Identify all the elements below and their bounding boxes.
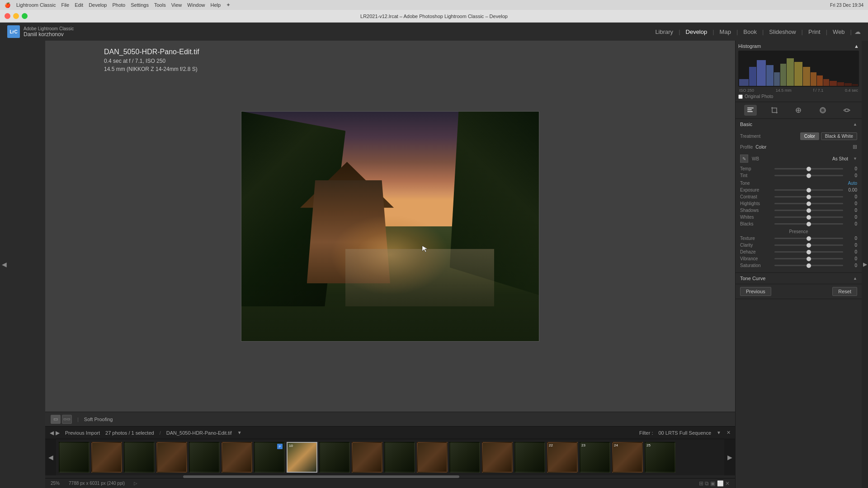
dehaze-slider-thumb[interactable] [807,250,811,254]
vibrance-slider-thumb[interactable] [807,257,811,261]
app-menu-lightroom[interactable]: Lightroom Classic [16,2,56,8]
highlights-slider[interactable] [774,203,843,204]
right-panel-collapse[interactable]: ▶ [862,41,868,488]
window-close-button[interactable] [5,13,10,19]
temp-slider-thumb[interactable] [807,167,811,171]
contrast-slider-thumb[interactable] [807,195,811,199]
nav-map[interactable]: Map [717,28,734,36]
film-thumb-17[interactable]: 23 [580,442,610,473]
tint-slider[interactable] [774,175,843,176]
exposure-slider-thumb[interactable] [807,188,811,192]
selected-file-chevron[interactable]: ▼ [237,430,242,435]
cloud-icon[interactable]: ☁ [854,28,861,35]
wb-eyedropper[interactable]: ✎ [740,155,748,163]
saturation-slider-thumb[interactable] [807,263,811,268]
filmstrip-scroll-prev[interactable]: ◀ [45,439,56,475]
profile-value[interactable]: Color [755,145,766,150]
film-thumb-15[interactable] [514,442,545,473]
shadows-slider[interactable] [774,210,843,211]
film-thumb-11[interactable] [384,442,415,473]
whites-slider-thumb[interactable] [807,215,811,220]
view-single[interactable]: ▭ [51,415,61,424]
whites-slider[interactable] [774,216,843,218]
basic-section-chevron[interactable]: ▲ [853,122,857,127]
auto-button[interactable]: Auto [848,181,857,186]
basic-section-header[interactable]: Basic ▲ [736,119,862,130]
saturation-slider[interactable] [774,265,843,266]
film-thumb-6[interactable] [222,442,252,473]
crop-tool-icon[interactable] [768,105,781,116]
filmstrip-scroll[interactable]: ◀ P 10 [45,439,735,475]
filter-value[interactable]: 00 LRTS Full Sequence [659,430,712,436]
nav-library[interactable]: Library [652,28,676,36]
color-btn[interactable]: Color [800,132,819,140]
app-menu-photo[interactable]: Photo [112,2,125,8]
bw-btn[interactable]: Black & White [821,132,857,140]
tone-curve-header[interactable]: Tone Curve ▲ [736,273,862,284]
film-thumb-2[interactable] [91,442,122,473]
filter-chevron[interactable]: ▼ [717,430,721,435]
shadows-slider-thumb[interactable] [807,208,811,213]
nav-print[interactable]: Print [806,28,823,36]
film-thumb-12[interactable] [417,442,448,473]
soft-proofing-toggle[interactable]: Soft Proofing [84,417,113,422]
wb-chevron[interactable]: ▼ [853,156,857,161]
film-thumb-19[interactable]: 25 [645,442,675,473]
app-menu-view[interactable]: View [171,2,182,8]
left-panel-collapse[interactable]: ◀ [0,259,9,270]
nav-slideshow[interactable]: Slideshow [766,28,798,36]
basic-tool-icon[interactable] [744,105,757,116]
texture-slider-thumb[interactable] [807,236,811,241]
app-menu-tools[interactable]: Tools [154,2,166,8]
filmstrip-scroll-next[interactable]: ▶ [724,439,735,475]
film-thumb-9[interactable] [319,442,350,473]
window-minimize-button[interactable] [13,13,19,19]
nav-develop[interactable]: Develop [683,28,710,36]
film-thumb-18[interactable]: 24 [612,442,643,473]
app-menu-edit[interactable]: Edit [75,2,83,8]
texture-slider[interactable] [774,238,843,239]
previous-button[interactable]: Previous [740,287,771,296]
blacks-slider[interactable] [774,223,843,225]
clarity-slider-thumb[interactable] [807,243,811,248]
app-menu-window[interactable]: Window [187,2,205,8]
clarity-slider[interactable] [774,244,843,246]
film-thumb-7[interactable]: P [254,442,285,473]
nav-book[interactable]: Book [741,28,760,36]
original-photo-checkbox[interactable] [738,94,743,99]
app-menu-help[interactable]: Help [210,2,221,8]
film-thumb-10[interactable] [352,442,382,473]
app-menu-file[interactable]: File [61,2,69,8]
temp-slider[interactable] [774,168,843,169]
nav-web[interactable]: Web [830,28,848,36]
red-eye-tool-icon[interactable] [840,105,853,116]
film-thumb-1[interactable] [59,442,90,473]
film-thumb-8-selected[interactable]: 10 [287,442,317,473]
filmstrip-next-arrow[interactable]: ▶ [56,430,60,436]
film-thumb-13[interactable] [449,442,480,473]
app-menu-settings[interactable]: Settings [131,2,149,8]
film-thumb-14[interactable] [482,442,513,473]
apple-menu[interactable]: 🍎 [5,2,11,8]
profile-grid-icon[interactable]: ⊞ [853,144,857,150]
film-thumb-4[interactable] [156,442,187,473]
film-thumb-3[interactable] [124,442,155,473]
app-menu-develop[interactable]: Develop [89,2,107,8]
blacks-slider-thumb[interactable] [807,222,811,226]
tone-curve-chevron[interactable]: ▲ [853,276,857,281]
expand-icon[interactable]: ▷ [134,481,137,486]
filter-close[interactable]: ✕ [726,430,731,436]
view-compare[interactable]: ▭▭ [62,415,72,424]
reset-button[interactable]: Reset [832,287,857,296]
filmstrip-prev-arrow[interactable]: ◀ [50,430,54,436]
wb-value[interactable]: As Shot [832,156,848,161]
heal-tool-icon[interactable] [792,105,805,116]
masking-tool-icon[interactable] [816,105,829,116]
vibrance-slider[interactable] [774,258,843,259]
contrast-slider[interactable] [774,196,843,197]
previous-import-label[interactable]: Previous Import [65,430,100,436]
film-thumb-16[interactable]: 22 [547,442,578,473]
film-thumb-5[interactable] [189,442,220,473]
exposure-slider[interactable] [774,189,843,191]
tint-slider-thumb[interactable] [807,174,811,178]
